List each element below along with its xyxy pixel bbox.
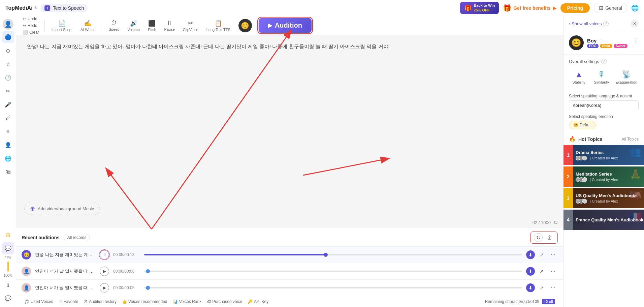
download-button-1[interactable]: ⬇ <box>526 250 535 259</box>
audition-actions-3: ⬇ ↗ ⋯ <box>526 283 558 293</box>
sidebar-list-icon[interactable]: ≡ <box>2 125 14 137</box>
language-label: Select speaking language & accent <box>569 94 639 98</box>
globe-button[interactable]: 🌐 <box>631 4 639 12</box>
ai-writer-button[interactable]: ✍ AI Writer <box>78 18 98 33</box>
user-avatar-sidebar[interactable]: 👤 <box>3 19 13 30</box>
similarity-button[interactable]: 🎙 Similarity <box>591 67 611 87</box>
stability-icon: ▲ <box>575 70 583 79</box>
rank-2: 2 <box>564 166 573 187</box>
download-button-2[interactable]: ⬇ <box>526 267 535 276</box>
time-label-2: 00:00/00:08 <box>113 269 140 274</box>
char-refresh-icon[interactable]: ↻ <box>553 219 558 226</box>
topic-deco-1: 👥 <box>630 146 641 157</box>
share-button-2[interactable]: ↗ <box>537 267 546 276</box>
voice-avatar-large: 😊 <box>569 35 584 50</box>
language-select[interactable]: Korean(Korea) <box>569 100 639 110</box>
voice-avatar-toolbar[interactable]: 😊 <box>238 19 252 32</box>
sidebar-star-icon[interactable]: ☆ <box>2 58 14 70</box>
favorite-link[interactable]: ♡ Favorite <box>59 299 78 304</box>
undo-button[interactable]: ↩ Undo <box>22 16 40 22</box>
show-all-voices-button[interactable]: ‹ Show all voices ? <box>569 21 609 26</box>
topic-drama-series[interactable]: 1 Drama Series | Created by Alex <box>564 145 644 165</box>
exaggeration-button[interactable]: 📡 Exaggeration <box>614 67 639 87</box>
play-button-2[interactable]: ▶ <box>100 267 109 276</box>
pause-button[interactable]: ⏸ Pause <box>162 18 178 33</box>
pitch-button[interactable]: ⬛ Pitch <box>145 18 159 33</box>
timeline-2[interactable] <box>144 271 522 272</box>
overall-settings-title: Overall settings ? <box>569 59 639 64</box>
pricing-button[interactable]: Pricing <box>560 3 590 13</box>
play-button-3[interactable]: ▶ <box>100 283 109 293</box>
editor-text-area[interactable]: 안녕! 나는 지금 재미있는 게임을 하고 있어. 엄마가 나한테 아이스크림 … <box>16 35 563 199</box>
long-text-button[interactable]: 📋 Long Text TTS <box>204 18 233 33</box>
tts-nav-item[interactable]: T Text to Speech <box>41 4 87 12</box>
share-button-1[interactable]: ↗ <box>537 250 546 259</box>
sidebar-bag-icon[interactable]: 🛍 <box>2 166 14 178</box>
volume-label: Volume <box>127 28 140 32</box>
char-count-bar: 92 / 1000 ↻ <box>16 218 563 227</box>
sidebar-tts-icon[interactable]: 🔵 <box>2 31 14 43</box>
audition-button[interactable]: ▶ Audition <box>259 18 312 33</box>
pause-playback-button[interactable]: ⏸ <box>100 250 109 259</box>
voices-rank-link[interactable]: 📊 Voices Rank <box>173 299 202 304</box>
api-key-link[interactable]: 🔑 API Key <box>248 299 268 304</box>
close-sidebar-button[interactable]: ✕ <box>631 20 639 28</box>
used-voices-link[interactable]: 🎵 Used Voices <box>24 299 53 304</box>
sidebar-home-icon[interactable]: ⊙ <box>2 44 14 57</box>
clip-voice-button[interactable]: ✂ ClipVoice <box>180 18 201 33</box>
sidebar-info-icon[interactable]: ℹ <box>2 279 14 291</box>
back-to-win-badge[interactable]: 🎁 Back to Win75% OFF <box>460 2 499 14</box>
download-button-3[interactable]: ⬇ <box>526 283 535 292</box>
more-button-1[interactable]: ⋯ <box>548 250 558 259</box>
more-button-3[interactable]: ⋯ <box>548 283 558 293</box>
sidebar-globe-icon[interactable]: 🌐 <box>2 152 14 164</box>
sidebar-user-icon[interactable]: 👤 <box>2 139 14 151</box>
recent-title: Recent auditions <box>22 235 60 240</box>
audition-history-link[interactable]: ⏱ Audition history <box>84 299 117 304</box>
sidebar-mic-icon[interactable]: 🎤 <box>2 98 14 111</box>
speed-button[interactable]: ⏱ Speed <box>106 18 122 33</box>
rank-icon: 📊 <box>173 299 178 304</box>
sidebar-chat-icon[interactable]: 💬 <box>2 242 14 254</box>
all-records-button[interactable]: All records <box>64 234 90 241</box>
topic-deco-4: 🇫🇷 <box>630 211 641 222</box>
heart-icon: ♡ <box>59 299 62 304</box>
sidebar-chat2-icon[interactable]: 💬 <box>2 292 14 304</box>
more-button-2[interactable]: ⋯ <box>548 267 558 276</box>
topic-france-audiobook[interactable]: 4 France Quality Men's Audiobook 🇫🇷 <box>564 210 644 230</box>
clear-button[interactable]: ⬜ Clear <box>22 29 40 35</box>
sidebar-clock-icon[interactable]: 🕐 <box>2 71 14 84</box>
purchased-voice-link[interactable]: 🏷 Purchased voice <box>207 299 242 304</box>
topic-deco-2: 🧘 <box>630 168 641 179</box>
volume-button[interactable]: 🔊 Volume <box>125 18 142 33</box>
voice-more-button[interactable]: ⋮ <box>633 37 639 44</box>
logo-sup: ® <box>35 6 37 10</box>
timeline-3[interactable] <box>144 287 522 288</box>
get-free-button[interactable]: 🎁 Get free benefits ▶ <box>503 4 556 12</box>
import-script-button[interactable]: 📄 Import Script <box>49 18 75 33</box>
stability-button[interactable]: ▲ Stability <box>569 67 589 87</box>
redo-button[interactable]: ↪ Redo <box>22 23 40 29</box>
sidebar-edit-icon[interactable]: ✏ <box>2 85 14 97</box>
emotion-button[interactable]: 😊 Defa... <box>569 121 596 129</box>
pause-label: Pause <box>164 27 175 31</box>
timeline-handle-3[interactable] <box>146 286 150 290</box>
topic-us-audiobooks[interactable]: 3 US Quality Men's Audiobooks | Created … <box>564 188 644 208</box>
sidebar-pen-icon[interactable]: 🖊 <box>2 112 14 124</box>
share-button-3[interactable]: ↗ <box>537 283 546 293</box>
favorite-voice-icon[interactable]: ♡ <box>599 38 603 43</box>
timeline-handle-1[interactable] <box>324 253 328 257</box>
voices-recommended-link[interactable]: 👍 Voices recommended <box>122 299 167 304</box>
emotion-section: Select speaking emotion 😊 Defa... <box>564 114 644 133</box>
top-bar: TopMediAi ® T Text to Speech 🎁 Back to W… <box>0 0 644 16</box>
add-music-button[interactable]: ⊕ Add video/background Music <box>24 202 100 215</box>
general-button[interactable]: ⊞ General <box>594 3 627 13</box>
topic-meditation-series[interactable]: 2 Meditation Series | Created by Alex <box>564 166 644 187</box>
sidebar-grid-icon[interactable]: ⊞ <box>2 229 14 241</box>
refresh-button[interactable]: ↻ <box>534 233 543 242</box>
audition-text-2: 연진아 너가 날 멸시했을 때 그... <box>35 268 96 274</box>
delete-button[interactable]: 🗑 <box>545 233 554 242</box>
timeline-handle-2[interactable] <box>146 269 150 273</box>
all-topics-button[interactable]: All Topics <box>622 137 639 142</box>
timeline-1[interactable] <box>144 254 522 255</box>
